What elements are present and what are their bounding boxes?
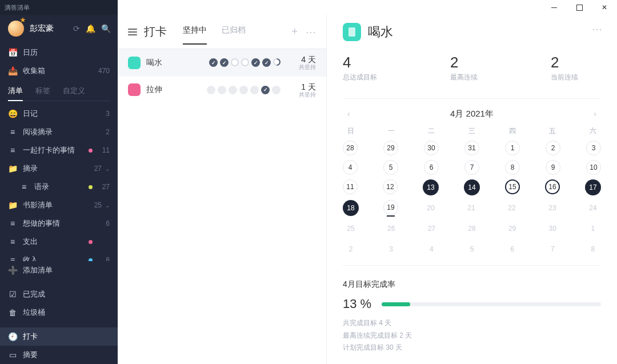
list-icon: ≡ [8,146,17,155]
tab-archived[interactable]: 已归档 [222,25,246,39]
window-minimize-button[interactable] [542,0,567,15]
calendar-day[interactable]: 27 [423,221,439,237]
calendar-day[interactable]: 29 [504,221,520,237]
sidebar-list-item[interactable]: ≡语录27 [0,178,118,196]
calendar-day[interactable]: 1 [585,221,601,237]
tab-active[interactable]: 坚持中 [183,25,207,39]
habit-row[interactable]: 拉伸1 天共坚持 [118,77,326,104]
calendar-day[interactable]: 19 [383,200,398,215]
calendar-day[interactable]: 3 [586,141,601,155]
list-count: 6 [98,219,110,227]
habit-row[interactable]: 喝水4 天共坚持 [118,49,326,77]
list-label: 语录 [34,182,89,192]
window-close-button[interactable] [592,0,617,15]
substat-line: 计划完成目标 30 天 [343,342,601,354]
calendar-day[interactable]: 28 [343,141,358,155]
calendar-day[interactable]: 7 [464,160,479,175]
profile[interactable]: 彭宏豪 ⟳ 🔔 🔍 [0,15,118,43]
calendar-day[interactable]: 14 [464,179,480,195]
sidebar-list-item[interactable]: 😄日记3 [0,105,118,123]
profile-name: 彭宏豪 [30,23,73,34]
sidebar-list-item[interactable]: ≡阅读摘录2 [0,123,118,141]
calendar-day[interactable]: 6 [424,160,439,175]
calendar-day[interactable]: 20 [423,200,439,216]
sidebar-add-list[interactable]: ➕ 添加清单 [0,261,118,279]
sidebar-tab-custom[interactable]: 自定义 [63,82,85,101]
add-habit-button[interactable]: + [291,26,298,38]
month-next-button[interactable]: › [589,107,601,121]
calendar-day[interactable]: 1 [505,141,520,155]
calendar-day[interactable]: 22 [504,200,520,216]
calendar-day[interactable]: 24 [585,200,601,216]
sidebar-inbox[interactable]: 📥 收集箱 470 [0,62,118,80]
color-dot [89,149,93,153]
sidebar-list-item[interactable]: ≡一起打卡的事情11 [0,141,118,159]
calendar-day[interactable]: 5 [464,241,480,257]
sidebar-list-item[interactable]: ≡想做的事情6 [0,214,118,233]
calendar-day[interactable]: 8 [585,241,601,257]
calendar-day[interactable]: 17 [585,179,601,195]
calendar-day[interactable]: 11 [343,179,358,194]
calendar-day[interactable]: 2 [546,141,560,155]
bell-icon[interactable]: 🔔 [86,24,95,33]
habit-dots [181,58,290,67]
sidebar-summary[interactable]: ▭ 摘要 [0,346,118,364]
calendar-day[interactable]: 21 [463,200,479,216]
habit-dot [239,86,248,94]
calendar-day[interactable]: 31 [464,141,479,155]
calendar-month-label: 4月 2021年 [450,109,494,119]
chevron-down-icon: ⌄ [105,166,110,172]
calendar-day[interactable]: 4 [343,160,358,175]
sidebar-completed[interactable]: ☑ 已完成 [0,285,118,303]
detail-more-button[interactable]: ⋯ [592,23,603,35]
sidebar-list-item[interactable]: 📁摘录27⌄ [0,159,118,178]
calendar-day[interactable]: 12 [383,179,398,194]
sync-icon[interactable]: ⟳ [73,24,80,33]
month-prev-button[interactable]: ‹ [343,107,355,121]
list-icon: ≡ [8,127,17,137]
calendar-day[interactable]: 9 [546,160,560,175]
calendar-day[interactable]: 30 [424,141,439,155]
habit-dot [220,58,229,67]
window-maximize-button[interactable] [567,0,592,15]
list-label: 日记 [23,109,98,119]
calendar-day[interactable]: 23 [544,200,560,216]
sidebar-list-item[interactable]: ≡支出 [0,233,118,251]
calendar-day[interactable]: 3 [383,241,399,257]
calendar-dow: 五 [544,126,560,136]
list-count: 8 [98,256,110,261]
sidebar-trash[interactable]: 🗑 垃圾桶 [0,303,118,322]
sidebar-calendar[interactable]: 📅 日历 [0,43,118,62]
calendar-day[interactable]: 8 [505,160,520,175]
calendar-day[interactable]: 13 [423,179,439,195]
calendar-day[interactable]: 2 [343,241,359,257]
calendar-day[interactable]: 7 [544,241,560,257]
sidebar-list-item[interactable]: ≡收入8 [0,251,118,261]
calendar-day[interactable]: 6 [504,241,520,257]
menu-icon[interactable] [128,29,137,35]
calendar-day[interactable]: 25 [343,221,359,237]
habit-row-name: 喝水 [146,58,181,68]
calendar-day[interactable]: 15 [505,179,520,194]
calendar-day[interactable]: 28 [464,221,480,237]
calendar-day[interactable]: 16 [545,179,560,194]
more-icon[interactable]: ⋯ [306,26,316,38]
calendar-day[interactable]: 5 [383,160,398,175]
habit-icon [343,23,361,41]
app-title: 滴答清单 [5,3,30,12]
sidebar-habit[interactable]: 🕘 打卡 [0,327,118,346]
calendar-day[interactable]: 30 [544,221,560,237]
calendar-day[interactable]: 4 [423,241,439,257]
sidebar-tab-lists[interactable]: 清单 [8,82,23,101]
calendar-day[interactable]: 29 [383,141,398,155]
habit-dot [218,86,226,94]
search-icon[interactable]: 🔍 [101,24,111,33]
calendar-day[interactable]: 26 [383,221,399,237]
sidebar-tab-tags[interactable]: 标签 [35,82,50,101]
habit-row-icon [128,57,141,69]
calendar-day[interactable]: 18 [343,200,359,216]
avatar [8,21,24,37]
list-icon: ≡ [8,255,17,261]
sidebar-list-item[interactable]: 📁书影清单25⌄ [0,196,118,214]
calendar-day[interactable]: 10 [586,160,601,175]
